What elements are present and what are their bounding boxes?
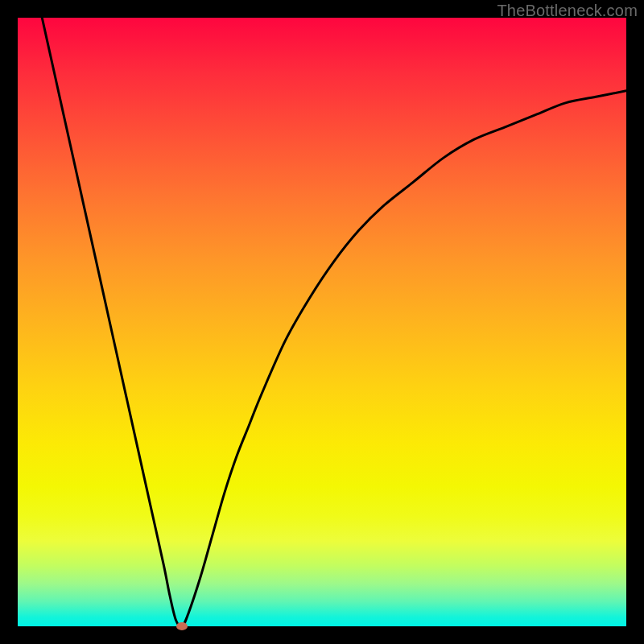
curve-path xyxy=(42,18,626,626)
chart-plot-area xyxy=(18,18,626,626)
watermark-text: TheBottleneck.com xyxy=(497,2,638,20)
optimal-point-marker xyxy=(176,622,188,630)
bottleneck-curve xyxy=(18,18,626,626)
